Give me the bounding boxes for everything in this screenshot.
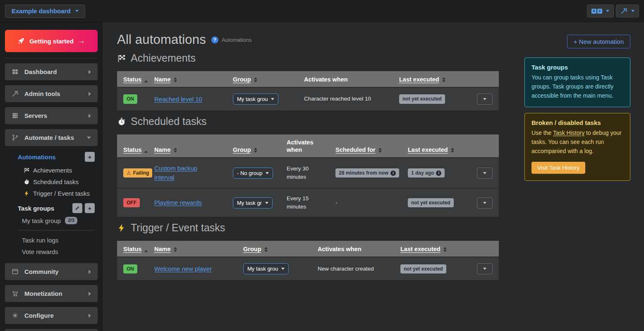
add-task-group-button[interactable]: +: [85, 203, 95, 213]
row-actions-button[interactable]: [477, 197, 493, 209]
sidebar-item-scheduled-tasks[interactable]: Scheduled tasks: [24, 176, 95, 187]
task-row: OFFPlaytime rewardsMy task grEvery 15 mi…: [117, 188, 499, 217]
sort-down-icon: [443, 250, 447, 252]
row-actions-button[interactable]: [477, 94, 493, 105]
column-header-last_executed[interactable]: Last executed: [399, 76, 476, 83]
sidebar-item-my-task-group[interactable]: My task group 2/3: [22, 215, 95, 226]
sidebar-item-configure[interactable]: Configure: [5, 307, 98, 324]
tasks-table: StatusNameGroupActivates whenLast execut…: [117, 71, 499, 110]
activates-when-text: Character reached level 10: [304, 95, 371, 103]
sidebar: Getting started → Dashboard Admin tools …: [0, 22, 103, 331]
column-label: Scheduled for: [335, 146, 376, 154]
task-history-link[interactable]: Task History: [553, 130, 584, 136]
chevron-down-icon: [483, 268, 486, 270]
sidebar-item-admin-tools[interactable]: Admin tools: [5, 85, 98, 102]
sort-icon: [443, 247, 447, 252]
column-label: Status: [123, 146, 141, 154]
group-select[interactable]: - No group: [233, 168, 273, 179]
sidebar-item-vote-rewards[interactable]: Vote rewards: [22, 246, 95, 257]
column-header-group[interactable]: Group: [243, 245, 318, 253]
sort-down-icon: [451, 151, 454, 153]
group-select[interactable]: My task grou: [243, 263, 289, 274]
info-icon[interactable]: i: [436, 170, 441, 176]
chevron-down-icon: [271, 98, 274, 100]
tasks-table: StatusNameGroupActivates whenLast execut…: [117, 241, 499, 280]
sort-up-icon: [378, 148, 382, 150]
panel-title: Broken / disabled tasks: [531, 119, 623, 126]
last-executed-cell: 1 day agoi: [408, 168, 474, 177]
group-select[interactable]: My task gr: [233, 197, 273, 209]
group-select[interactable]: My task grou: [233, 94, 278, 105]
sort-up-icon: [144, 151, 148, 153]
add-automation-button[interactable]: +: [85, 152, 95, 162]
automations-header[interactable]: Automations: [18, 154, 56, 161]
column-label: Group: [243, 245, 261, 253]
automate-subnav: Automations + Achievements Scheduled tas…: [0, 146, 102, 259]
row-actions-button[interactable]: [477, 263, 493, 274]
cart-icon: [12, 290, 19, 297]
chevron-down-icon: [483, 202, 486, 204]
help-icon[interactable]: ?: [211, 36, 218, 43]
dashboard-selector[interactable]: Example dashboard: [5, 5, 85, 18]
column-header-last_executed[interactable]: Last executed: [408, 146, 474, 154]
sidebar-item-label: My task group: [22, 217, 61, 224]
column-header-group[interactable]: Group: [233, 76, 304, 83]
column-header-group[interactable]: Group: [233, 146, 287, 154]
sidebar-item-connect[interactable]: Connect: [5, 329, 98, 331]
column-label: Status: [123, 245, 141, 253]
sort-up-icon: [174, 247, 177, 249]
section-heading: Trigger / Event tasks: [117, 222, 499, 234]
last-executed-cell: not yet executed: [399, 94, 476, 103]
sidebar-item-trigger-event-tasks[interactable]: Trigger / Event tasks: [24, 187, 95, 199]
column-header-activates: Activates when: [318, 245, 400, 253]
column-header-status[interactable]: Status: [117, 146, 154, 154]
new-automation-button[interactable]: + New automation: [567, 35, 630, 48]
column-header-status[interactable]: Status: [117, 245, 154, 253]
sort-up-icon: [144, 80, 148, 82]
sort-icon: [264, 247, 268, 252]
quick-actions-button[interactable]: [616, 5, 639, 17]
task-name-link[interactable]: Reached level 10: [154, 95, 202, 104]
column-header-status[interactable]: Status: [117, 76, 154, 83]
visit-task-history-button[interactable]: Visit Task History: [531, 162, 585, 174]
name-cell: Welcome new player: [154, 264, 243, 273]
sort-up-icon: [174, 148, 177, 150]
timestamp-badge: not yet executed: [399, 94, 445, 103]
status-badge: ON: [123, 94, 137, 103]
chevron-down-icon: [606, 10, 609, 12]
activates-when-text: New character created: [318, 265, 374, 273]
column-header-last_executed[interactable]: Last executed: [400, 245, 475, 253]
language-menu-button[interactable]: Az: [587, 5, 614, 17]
column-header-activates: Activates when: [287, 139, 335, 154]
name-cell: Playtime rewards: [154, 198, 233, 207]
sidebar-item-task-run-logs[interactable]: Task run logs: [22, 234, 95, 246]
column-header-name[interactable]: Name: [154, 146, 233, 154]
column-header-name[interactable]: Name: [154, 245, 243, 253]
column-header-scheduled[interactable]: Scheduled for: [335, 146, 408, 154]
getting-started-button[interactable]: Getting started →: [5, 30, 98, 52]
task-name-link[interactable]: Playtime rewards: [154, 198, 202, 207]
edit-task-groups-button[interactable]: [72, 203, 82, 213]
sidebar-item-automate-tasks[interactable]: Automate / tasks: [5, 129, 98, 146]
sort-icon: [144, 250, 148, 252]
sidebar-item-dashboard[interactable]: Dashboard: [5, 63, 98, 80]
sidebar-item-achievements[interactable]: Achievements: [24, 164, 95, 176]
sidebar-item-label: Dashboard: [24, 68, 57, 75]
sort-icon: [174, 148, 177, 153]
actions-cell: [477, 197, 499, 209]
info-icon[interactable]: i: [390, 170, 396, 176]
sidebar-item-label: Vote rewards: [22, 248, 58, 255]
task-name-link[interactable]: Welcome new player: [154, 264, 212, 273]
chevron-down-icon: [483, 98, 486, 100]
row-actions-button[interactable]: [477, 168, 493, 179]
sidebar-item-community[interactable]: Community: [5, 263, 98, 280]
column-header-name[interactable]: Name: [154, 76, 233, 83]
column-label: Name: [154, 76, 171, 83]
sidebar-item-servers[interactable]: Servers: [5, 107, 98, 124]
sort-up-icon: [254, 77, 257, 79]
sidebar-item-label: Scheduled tasks: [33, 178, 79, 185]
checkered-flag-icon: [117, 54, 126, 63]
sidebar-item-monetization[interactable]: Monetization: [5, 285, 98, 302]
task-name-link[interactable]: Custom backup interval: [154, 164, 209, 182]
sidebar-item-label: Achievements: [33, 167, 72, 174]
